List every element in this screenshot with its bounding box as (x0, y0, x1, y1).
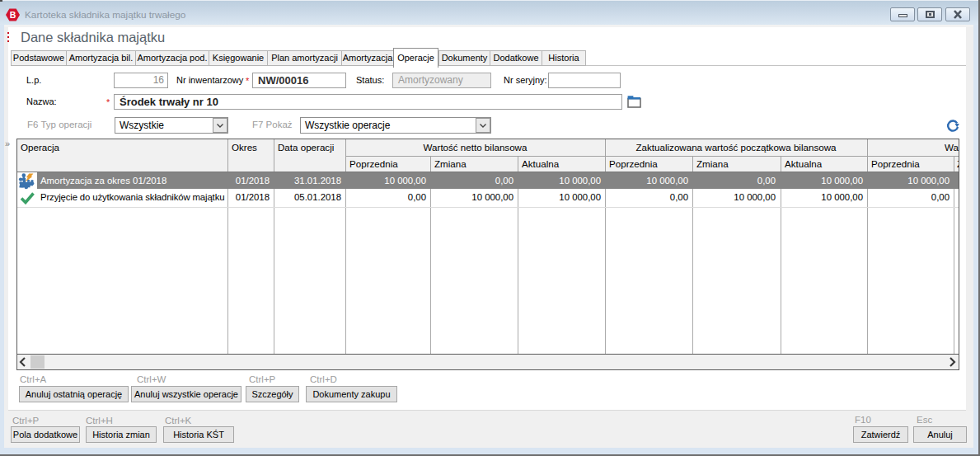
svg-text:B: B (10, 10, 16, 20)
